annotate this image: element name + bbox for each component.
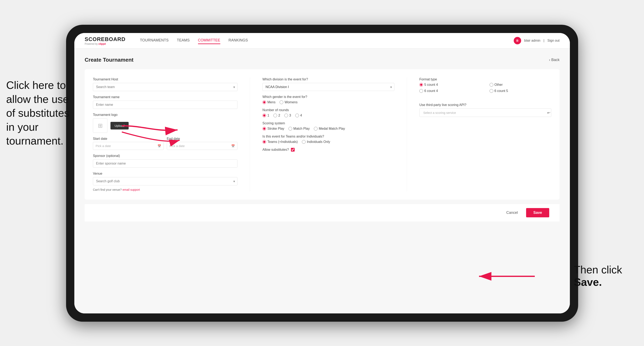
logo-clippd: clippd: [98, 42, 106, 45]
calendar-icon-start: 📅: [158, 144, 161, 148]
user-label: blair admin: [524, 39, 540, 42]
gender-radio-group: Mens Womens: [262, 100, 394, 104]
venue-input[interactable]: [93, 177, 238, 185]
event-type-group: Is this event for Teams and/or Individua…: [262, 135, 394, 144]
format-group: Format type 5 count 4 Other: [419, 78, 551, 93]
end-date-group: End date Pick a date 📅: [167, 137, 238, 150]
page-title: Create Tournament: [85, 57, 134, 63]
substitutes-row: Allow substitutes?: [262, 148, 394, 152]
tournament-host-wrapper: [93, 83, 238, 91]
page-header: Create Tournament ‹ Back: [85, 57, 560, 63]
scoring-stroke[interactable]: Stroke Play: [262, 127, 284, 131]
gender-mens[interactable]: Mens: [262, 100, 276, 104]
logo-area: SCOREBOARD Powered by clippd: [85, 36, 126, 45]
scoring-api-label: Use third-party live scoring API?: [419, 103, 551, 107]
nav-item-rankings[interactable]: RANKINGS: [228, 37, 248, 44]
tablet-shell: SCOREBOARD Powered by clippd TOURNAMENTS…: [66, 25, 578, 322]
event-individuals[interactable]: Individuals Only: [302, 140, 330, 144]
logo-powered: Powered by clippd: [85, 42, 126, 45]
venue-group: Venue Can't find your venue? email suppo…: [93, 172, 238, 191]
rounds-label: Number of rounds: [262, 108, 394, 112]
venue-hint: Can't find your venue? email support: [93, 188, 238, 191]
calendar-icon-end: 📅: [231, 144, 235, 148]
scoring-api-select-wrapper: Select a scoring service: [419, 108, 551, 117]
start-date-label: Start date: [93, 137, 164, 141]
substitutes-label: Allow substitutes?: [262, 148, 289, 152]
end-date-label: End date: [167, 137, 238, 141]
sponsor-group: Sponsor (optional): [93, 154, 238, 168]
rounds-group: Number of rounds 1 2: [262, 108, 394, 117]
scoring-medal[interactable]: Medal Match Play: [314, 127, 345, 131]
tournament-name-input[interactable]: [93, 101, 238, 109]
scoring-radio-group: Stroke Play Match Play Medal Match Play: [262, 127, 394, 131]
division-select[interactable]: NCAA Division I: [262, 83, 394, 91]
form-col-2: Which division is the event for? NCAA Di…: [250, 78, 394, 191]
tournament-name-label: Tournament name: [93, 95, 238, 99]
rounds-2[interactable]: 2: [273, 114, 280, 117]
sign-out-link[interactable]: Sign out: [547, 39, 560, 42]
nav-bar: SCOREBOARD Powered by clippd TOURNAMENTS…: [74, 33, 570, 48]
nav-item-teams[interactable]: TEAMS: [177, 37, 190, 44]
form-col-1: Tournament Host Tournament name Tourname…: [93, 78, 238, 191]
cancel-button[interactable]: Cancel: [502, 208, 522, 217]
scoring-match[interactable]: Match Play: [288, 127, 310, 131]
email-support-link[interactable]: email support: [123, 188, 140, 191]
event-type-label: Is this event for Teams and/or Individua…: [262, 135, 394, 138]
start-date-group: Start date Pick a date 📅: [93, 137, 164, 150]
tournament-host-label: Tournament Host: [93, 78, 238, 81]
logo-upload-area: ⊞ Upload: [93, 118, 238, 133]
rounds-1[interactable]: 1: [262, 114, 269, 117]
substitutes-checkbox[interactable]: [291, 148, 295, 152]
annotation-right: Then click Save.: [574, 264, 632, 288]
tablet-screen: SCOREBOARD Powered by clippd TOURNAMENTS…: [74, 33, 570, 313]
format-6count4[interactable]: 6 count 4: [419, 89, 481, 93]
format-options-grid: 5 count 4 Other 6 count 4: [419, 83, 551, 93]
format-6count5[interactable]: 6 count 5: [490, 89, 552, 93]
logo-placeholder: ⊞: [93, 118, 107, 133]
tournament-host-input[interactable]: [93, 83, 238, 91]
upload-button[interactable]: Upload: [110, 122, 129, 130]
scoring-label: Scoring system: [262, 122, 394, 125]
event-teams[interactable]: Teams (+Individuals): [262, 140, 298, 144]
format-5count4[interactable]: 5 count 4: [419, 83, 481, 87]
gender-label: Which gender is the event for?: [262, 95, 394, 99]
page-content: Create Tournament ‹ Back Tournament Host…: [74, 48, 570, 313]
substitutes-group: Allow substitutes?: [262, 148, 394, 152]
nav-item-committee[interactable]: COMMITTEE: [198, 37, 220, 44]
scoring-api-select[interactable]: Select a scoring service: [419, 108, 551, 117]
action-bar: Cancel Save: [85, 204, 560, 221]
tournament-host-group: Tournament Host: [93, 78, 238, 91]
date-row: Start date Pick a date 📅 End date Pick a…: [93, 137, 238, 150]
scoring-group: Scoring system Stroke Play Match Play: [262, 122, 394, 131]
form-container: Tournament Host Tournament name Tourname…: [85, 69, 560, 200]
annotation-left: Click here to allow the use of substitut…: [6, 78, 76, 148]
tournament-name-group: Tournament name: [93, 95, 238, 109]
rounds-4[interactable]: 4: [295, 114, 302, 117]
venue-select-wrapper: [93, 177, 238, 185]
form-col-3: Format type 5 count 4 Other: [407, 78, 551, 191]
division-select-wrapper: NCAA Division I: [262, 83, 394, 91]
rounds-3[interactable]: 3: [284, 114, 291, 117]
nav-right: B blair admin | Sign out: [514, 37, 560, 44]
nav-item-tournaments[interactable]: TOURNAMENTS: [140, 37, 169, 44]
start-date-input[interactable]: Pick a date 📅: [93, 142, 164, 150]
save-button[interactable]: Save: [526, 208, 549, 217]
back-link[interactable]: ‹ Back: [549, 58, 560, 62]
division-group: Which division is the event for? NCAA Di…: [262, 78, 394, 91]
gender-group: Which gender is the event for? Mens Wome…: [262, 95, 394, 104]
nav-items: TOURNAMENTS TEAMS COMMITTEE RANKINGS: [140, 37, 504, 44]
avatar: B: [514, 37, 521, 44]
sponsor-label: Sponsor (optional): [93, 154, 238, 158]
sponsor-input[interactable]: [93, 159, 238, 168]
gender-womens[interactable]: Womens: [280, 100, 298, 104]
tournament-logo-label: Tournament logo: [93, 113, 238, 117]
venue-label: Venue: [93, 172, 238, 175]
logo-scoreboard: SCOREBOARD: [85, 36, 126, 42]
scoring-api-group: Use third-party live scoring API? Select…: [419, 103, 551, 117]
division-label: Which division is the event for?: [262, 78, 394, 81]
end-date-input[interactable]: Pick a date 📅: [167, 142, 238, 150]
format-other[interactable]: Other: [490, 83, 552, 87]
rounds-radio-group: 1 2 3 4: [262, 114, 394, 117]
tournament-logo-group: Tournament logo ⊞ Upload: [93, 113, 238, 133]
format-label: Format type: [419, 78, 551, 81]
